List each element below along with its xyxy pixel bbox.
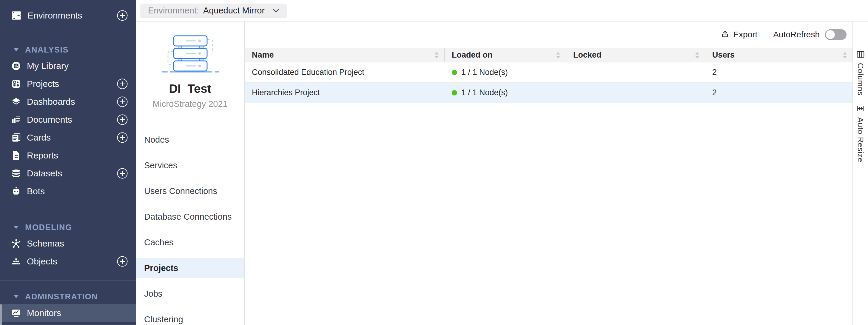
sort-icon[interactable] [695,52,700,59]
column-header-label: Users [712,51,735,60]
menu-item-services[interactable]: Services [136,155,244,175]
projects-icon [11,79,21,89]
add-document-button[interactable] [117,114,128,125]
sidebar-item-documents[interactable]: Documents [0,111,136,129]
columns-icon[interactable] [856,50,865,59]
sidebar-item-label: Cards [27,132,51,143]
chevron-down-icon [14,295,19,298]
auto-resize-rail-label[interactable]: Auto Resize [856,117,865,162]
add-dataset-button[interactable] [117,168,128,179]
server-stack-illustration [157,33,224,77]
sidebar-scrollbar[interactable] [0,304,2,325]
column-header-locked[interactable]: Locked [566,48,705,62]
loaded-on-text: 1 / 1 Node(s) [461,88,508,97]
add-dashboard-button[interactable] [117,96,128,108]
sidebar-item-schemas[interactable]: Schemas [0,235,136,253]
cards-icon [11,133,21,142]
my-library-icon [11,61,21,71]
sidebar-section-analysis[interactable]: ANALYSIS [0,43,136,57]
bots-icon [11,186,21,196]
columns-rail-label[interactable]: Columns [856,63,865,96]
sort-icon[interactable] [843,52,847,59]
sidebar-divider [0,280,136,280]
sidebar-divider [0,31,136,31]
sidebar-item-reports[interactable]: Reports [0,147,136,165]
add-card-button[interactable] [117,132,128,143]
menu-item-database-connections[interactable]: Database Connections [136,207,244,227]
cell-loaded-on: 1 / 1 Node(s) [444,83,566,103]
sidebar-divider [0,211,136,211]
environment-menu: Nodes Services Users Connections Databas… [136,121,244,325]
section-label: ANALYSIS [25,46,69,55]
grid-side-rail: Columns Auto Resize [852,22,868,325]
export-label: Export [733,30,757,39]
chevron-down-icon [14,48,19,51]
cell-users: 2 [705,83,852,103]
sidebar-item-label: Schemas [27,238,64,248]
column-header-label: Locked [573,51,601,60]
toolbar-divider [765,28,765,41]
toggle-knob [826,30,835,39]
sidebar-item-cards[interactable]: Cards [0,129,136,147]
table-header-row: Name Loaded on Locked Users [245,48,852,62]
add-project-button[interactable] [117,78,128,90]
sidebar-item-label: Objects [27,256,57,266]
sort-icon[interactable] [556,52,560,59]
sidebar-item-label: Reports [27,150,58,160]
add-object-button[interactable] [117,256,128,267]
column-header-name[interactable]: Name [245,48,444,62]
column-header-label: Name [252,51,274,60]
column-header-users[interactable]: Users [705,48,852,62]
datasets-icon [11,169,21,178]
auto-resize-icon[interactable] [856,104,865,113]
dashboards-icon [11,97,21,107]
sidebar-item-objects[interactable]: Objects [0,253,136,270]
sidebar-item-label: Bots [27,186,45,196]
loaded-on-text: 1 / 1 Node(s) [461,68,508,77]
menu-item-jobs[interactable]: Jobs [136,284,244,303]
projects-table: Name Loaded on Locked Users Consolidated [245,48,852,103]
monitors-icon [11,308,21,318]
menu-item-clustering[interactable]: Clustering [136,309,244,325]
menu-item-nodes[interactable]: Nodes [136,130,244,149]
autorefresh-toggle[interactable] [825,29,846,40]
sort-icon[interactable] [434,52,439,59]
cell-name: Hierarchies Project [245,83,444,103]
sidebar-section-adminstration[interactable]: ADMINSTRATION [0,290,136,304]
sidebar-item-projects[interactable]: Projects [0,75,136,93]
environment-selector-value: Aqueduct Mirror [203,6,265,16]
cell-locked [566,83,705,103]
environments-icon [11,10,22,21]
menu-item-projects[interactable]: Projects [136,258,244,278]
grid-toolbar: Export AutoRefresh [245,22,852,48]
sidebar-environments-label: Environments [27,10,82,21]
column-header-loaded-on[interactable]: Loaded on [444,48,566,62]
environment-panel: DI_Test MicroStrategy 2021 Nodes Service… [136,22,245,325]
add-environment-button[interactable] [117,10,128,21]
environment-selector[interactable]: Environment: Aqueduct Mirror [140,4,287,18]
schemas-icon [11,239,21,248]
export-button[interactable]: Export [721,30,757,39]
section-label: MODELING [25,223,72,232]
sidebar-item-label: Dashboards [27,97,75,107]
table-row[interactable]: Hierarchies Project 1 / 1 Node(s) 2 [245,83,852,103]
sidebar-item-bots[interactable]: Bots [0,182,136,200]
export-icon [721,30,730,39]
sidebar-item-label: My Library [27,61,69,71]
menu-item-users-connections[interactable]: Users Connections [136,181,244,201]
sidebar-item-datasets[interactable]: Datasets [0,165,136,182]
top-bar: Environment: Aqueduct Mirror [136,0,868,22]
sidebar-section-modeling[interactable]: MODELING [0,220,136,235]
cell-loaded-on: 1 / 1 Node(s) [444,62,566,82]
sidebar-item-label: Projects [27,79,59,89]
table-row[interactable]: Consolidated Education Project 1 / 1 Nod… [245,62,852,83]
projects-content: Export AutoRefresh Name Loaded on Locked [245,22,852,325]
sidebar-item-label: Monitors [27,308,61,318]
menu-item-caches[interactable]: Caches [136,233,244,252]
sidebar-item-monitors[interactable]: Monitors [0,304,136,322]
sidebar-item-dashboards[interactable]: Dashboards [0,93,136,111]
sidebar-item-label: Documents [27,115,72,125]
sidebar-item-label: Datasets [27,168,62,178]
sidebar-item-environments[interactable]: Environments [0,0,136,31]
sidebar-item-my-library[interactable]: My Library [0,57,136,75]
